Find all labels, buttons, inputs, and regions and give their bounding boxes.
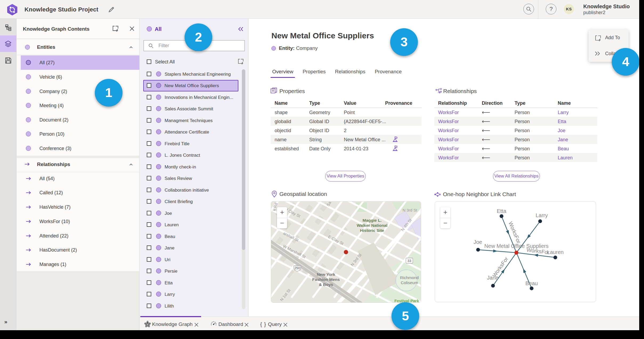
svg-text:New York: New York xyxy=(317,272,335,277)
svg-text:Coliseum: Coliseum xyxy=(401,280,418,285)
svg-text:& Boys: & Boys xyxy=(319,282,333,287)
svg-text:Larry: Larry xyxy=(536,212,548,218)
svg-text:WorksFor: WorksFor xyxy=(507,221,522,244)
svg-text:Walker National: Walker National xyxy=(357,223,388,228)
svg-text:N 3rd St: N 3rd St xyxy=(402,208,417,212)
svg-text:Joe: Joe xyxy=(474,239,482,245)
svg-text:250: 250 xyxy=(294,266,300,270)
svg-text:Etta: Etta xyxy=(497,208,506,214)
svg-text:33: 33 xyxy=(407,259,411,263)
svg-text:Richmond: Richmond xyxy=(400,275,419,280)
svg-text:Historic Site: Historic Site xyxy=(360,228,384,233)
svg-text:Fashion Mens: Fashion Mens xyxy=(312,277,340,282)
svg-text:Beau: Beau xyxy=(525,280,538,286)
svg-text:Maggie L.: Maggie L. xyxy=(362,218,381,223)
